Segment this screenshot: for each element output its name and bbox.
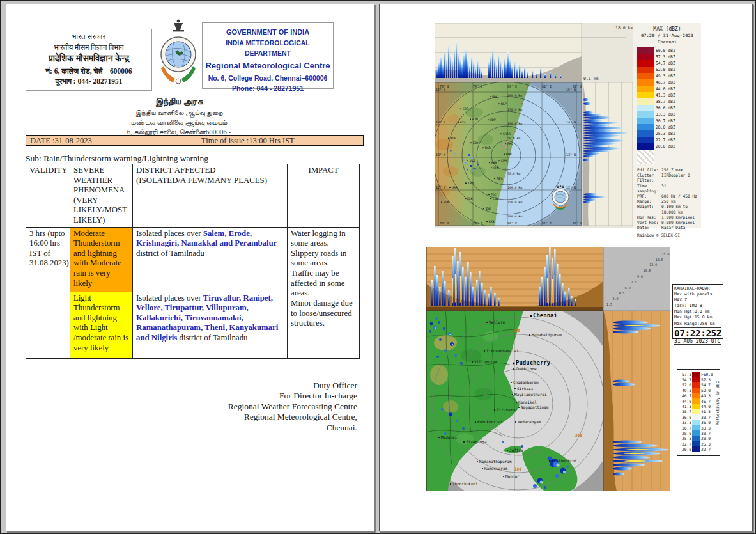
range-ring-label: 200.0 km: [507, 94, 522, 97]
echo-core: [624, 453, 645, 454]
legend-info-label: Time sampling:: [637, 184, 661, 194]
echo-spike: [541, 277, 543, 306]
legend-info-row: PRF:600 Hz / 450 Hz: [637, 194, 701, 199]
lon-label: 81° E: [542, 221, 552, 225]
date-bar: DATE :31-08-2023 Time of issue :13:00 Hr…: [26, 135, 364, 146]
legend-swatch: [637, 137, 654, 143]
legend-title-line: Chennai: [637, 39, 697, 45]
legend-swatch: [637, 86, 654, 92]
colorbar-row: 33.336.0: [679, 420, 719, 425]
station-dot: [490, 96, 491, 97]
echo-core: [550, 273, 550, 302]
station-dot: [470, 118, 471, 120]
colorbar-row: 38.741.3: [679, 409, 719, 414]
echo-streak: [613, 455, 650, 459]
station-dot: [505, 143, 506, 144]
impact-line: Minor damage due to loose/unsecured stru…: [291, 299, 356, 329]
place-label: Nagapattinam: [521, 405, 549, 410]
validity-cell: 3 hrs (upto 16:00 hrs IST of 31.08.2023): [26, 227, 70, 358]
station-label: CDP: [463, 107, 468, 111]
signature-line: Chennai.: [146, 423, 357, 433]
echo-spike: [498, 54, 499, 78]
height-scale-label: 7.5: [631, 280, 636, 284]
legend-scale-row: 60.0 dBZ: [637, 47, 701, 54]
legend-info-value: Radar Data: [661, 225, 701, 230]
echo-streak: [583, 122, 619, 124]
station-label: CHP: [493, 166, 499, 169]
legend-scale-row: 22.7 dBZ: [637, 137, 701, 143]
place-dot: [484, 350, 485, 352]
station-dot: [449, 187, 451, 188]
height-scale-label: 3.0: [613, 297, 619, 301]
district-suffix: district of Tamilnadu: [136, 249, 204, 258]
echo-streak: [613, 472, 624, 475]
subject-line: Sub: Rain/Thunderstorm warning/Lightning…: [26, 153, 208, 164]
letterhead-english-line: No. 6, College Road, Chennai–600006: [203, 73, 333, 83]
letterhead-tamil-line: இந்திய வானிலை ஆய்வு துறை: [70, 108, 288, 118]
station-label: NGR: [485, 146, 491, 150]
legend-scale-row: 36.0 dBZ: [637, 105, 701, 111]
lat-label: 15° N: [566, 88, 576, 91]
echo-spike: [431, 280, 433, 306]
echo-streak: [583, 155, 594, 157]
legend-scale-row: 52.0 dBZ: [637, 67, 701, 73]
place-dot: [463, 441, 465, 443]
colorbar-row: 44.046.7: [679, 398, 719, 404]
place-label: Chidambaram: [513, 380, 539, 384]
colorbar-rows: 57.3>60.054.757.352.054.749.352.046.749.…: [679, 372, 719, 452]
legend-swatch: [637, 105, 654, 111]
karaikal-info-line: MAX_Z: [674, 297, 721, 303]
warning-table: VALIDITY SEVERE WEATHER PHENOMENA (VERY …: [26, 164, 360, 359]
station-dot: [465, 198, 466, 199]
echo-spike: [481, 70, 482, 78]
echo-spike: [461, 63, 463, 78]
echo-core: [460, 276, 461, 303]
echo-spike: [527, 72, 528, 78]
colorbar-right-label: 57.3: [701, 377, 715, 382]
legend-scale-row: 44.0 dBZ: [637, 86, 701, 92]
legend-info-label: Clutter Filter:: [637, 173, 661, 183]
district-cell-2: Isolated places over Tiruvallur, Ranipet…: [133, 292, 288, 358]
legend-info-row: Hor Res:1.000 km/pixel: [637, 215, 701, 220]
echo-spike: [532, 70, 533, 78]
colorbar-swatch: [692, 372, 700, 377]
signature-line: For Director In-charge: [146, 391, 357, 401]
legend-scale-label: 41.3 dBZ: [656, 93, 675, 98]
colorbar-right-label: 28.0: [701, 436, 715, 441]
karaikal-info-line: Max Hgt:15.0 km: [674, 315, 721, 320]
range-ring-label: 150.0 km: [507, 108, 522, 111]
legend-swatch: [637, 73, 654, 79]
district-suffix: district of Tamilnadu: [177, 333, 247, 342]
echo-streak: [583, 129, 614, 132]
lon-label: 80° E: [507, 84, 517, 88]
place-label: Pudukkottai: [477, 420, 503, 424]
echo-spike: [494, 293, 496, 306]
echo-spike: [514, 61, 515, 78]
legend-info-value: 250_Z.max: [661, 168, 701, 173]
echo-spike: [456, 41, 457, 78]
echo-streak: [583, 116, 612, 119]
legend-scale-row: 57.3 dBZ: [637, 54, 701, 60]
station-dot: [498, 103, 500, 104]
colorbar-row: 20.022.7: [679, 446, 719, 452]
colorbar-swatch: [692, 398, 700, 404]
legend-title: MAX (dBZ)07:20 / 31-Aug-2023Chennai: [637, 26, 701, 45]
echo-streak: [613, 382, 635, 386]
height-scale-label: 13.5: [656, 258, 663, 262]
signature-line: Regional Meteorological Centre,: [146, 412, 357, 422]
karaikal-info-line: KARAIKAL-RADAR: [674, 286, 721, 292]
echo-streak: [583, 137, 612, 139]
legend-parameters: Pdf file:250_Z.maxClutter Filter:IIRDopp…: [637, 168, 701, 230]
lat-label: 12° N: [566, 185, 576, 189]
colorbar-row: 36.038.7: [679, 414, 719, 420]
echo-spike: [540, 68, 541, 78]
echo-spike: [446, 59, 447, 78]
place-dot: [482, 468, 483, 469]
place-dot: [529, 334, 530, 336]
header-district-line1: DISTRICT AFFECTED: [136, 166, 284, 176]
legend-info-label: [637, 210, 661, 215]
colorbar-right-label: 44.0: [701, 404, 715, 409]
legend-scale-label: 22.7 dBZ: [656, 137, 675, 143]
legend-title-line: 07:20 / 31-Aug-2023: [637, 33, 697, 38]
echo-streak: [583, 201, 591, 203]
